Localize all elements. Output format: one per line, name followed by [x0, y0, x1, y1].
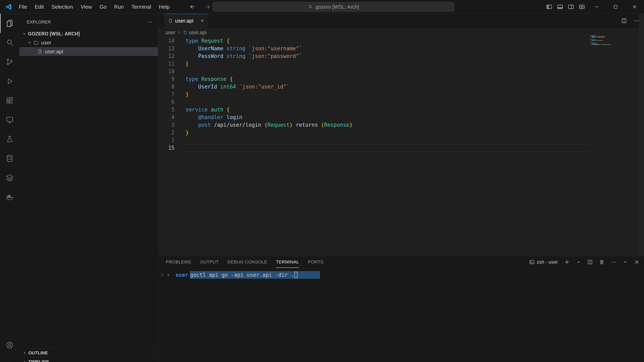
menu-terminal[interactable]: Terminal: [128, 4, 155, 10]
tree-folder-user[interactable]: user: [19, 38, 158, 47]
file-icon: [168, 18, 173, 23]
search-icon: [308, 4, 313, 9]
panel-more-actions-icon[interactable]: [610, 259, 617, 265]
chevron-down-icon: [27, 40, 32, 45]
root-folder-label: GOZERO [WSL: ARCH]: [28, 31, 80, 37]
toggle-primary-sidebar-icon[interactable]: [544, 0, 555, 14]
code-line[interactable]: 15: [158, 144, 590, 152]
timeline-label: TIMELINE: [28, 359, 49, 362]
explorer-sidebar: EXPLORER GOZERO [WSL: ARCH] user: [19, 14, 158, 362]
code-line[interactable]: 1: [158, 136, 590, 144]
testing-icon[interactable]: [0, 129, 19, 149]
tab-user-api[interactable]: user.api: [164, 14, 208, 28]
close-panel-icon[interactable]: [634, 259, 640, 265]
chevron-right-icon: [22, 351, 26, 355]
timeline-section-header[interactable]: TIMELINE: [19, 357, 158, 362]
folder-label: user: [41, 40, 51, 46]
editor-scrollbar[interactable]: [639, 14, 644, 256]
terminal-shell-selector[interactable]: zsh - user: [529, 259, 558, 265]
panel-tab-problems[interactable]: PROBLEMS: [166, 256, 191, 268]
toggle-secondary-sidebar-icon[interactable]: [566, 0, 576, 14]
code-line[interactable]: 11}: [158, 60, 590, 67]
menu-file[interactable]: File: [15, 4, 31, 10]
extensions-icon[interactable]: [0, 91, 19, 110]
explorer-icon[interactable]: [0, 14, 19, 33]
chevron-right-icon: [22, 360, 26, 362]
code-line[interactable]: 6: [158, 98, 590, 106]
accounts-icon[interactable]: [0, 336, 19, 355]
menu-view[interactable]: View: [77, 4, 96, 10]
nav-forward-icon[interactable]: [202, 0, 213, 14]
vscode-window: FileEditSelectionViewGoRunTerminalHelp g…: [0, 0, 644, 362]
nav-back-icon[interactable]: [187, 0, 198, 14]
tree-file-user-api[interactable]: user.api: [19, 47, 158, 56]
terminal[interactable]: ➜ user goctl api go -api user.api -dir .: [161, 271, 320, 279]
command-decoration-icon[interactable]: [161, 274, 164, 276]
new-terminal-icon[interactable]: [564, 259, 570, 265]
code-line[interactable]: 10: [158, 67, 590, 75]
code-line[interactable]: 2}: [158, 129, 590, 136]
code-line[interactable]: 8 UserId int64 `json:"user_id"`: [158, 83, 590, 90]
code-lines: 14type Request {13 UserName string `json…: [158, 37, 590, 152]
docker-icon[interactable]: [0, 187, 19, 207]
code-line[interactable]: 13 UserName string `json:"username"`: [158, 45, 590, 52]
bottom-panel: PROBLEMSOUTPUTDEBUG CONSOLETERMINALPORTS…: [158, 256, 644, 362]
tree-root-gozero[interactable]: GOZERO [WSL: ARCH]: [19, 29, 158, 38]
code-line[interactable]: 7}: [158, 90, 590, 98]
command-center-search[interactable]: gozero [WSL: Arch]: [212, 2, 454, 12]
code-line[interactable]: 12 PassWord string `json:"password"`: [158, 52, 590, 60]
prompt-user: user: [176, 272, 188, 278]
manage-gear-icon[interactable]: [0, 356, 19, 362]
code-line[interactable]: 9type Response {: [158, 75, 590, 83]
panel-tab-debug-console[interactable]: DEBUG CONSOLE: [228, 256, 267, 268]
tab-close-icon[interactable]: [200, 18, 204, 23]
minimap[interactable]: [590, 35, 615, 47]
minimize-button[interactable]: [587, 0, 606, 14]
menu-edit[interactable]: Edit: [31, 4, 48, 10]
menu-selection[interactable]: Selection: [48, 4, 77, 10]
split-editor-icon[interactable]: [621, 18, 627, 24]
panel-tab-terminal[interactable]: TERMINAL: [276, 256, 299, 268]
breadcrumb[interactable]: user user.api: [166, 28, 206, 37]
panel-tab-output[interactable]: OUTPUT: [200, 256, 218, 268]
toggle-panel-icon[interactable]: [555, 0, 566, 14]
breadcrumb-folder[interactable]: user: [166, 29, 175, 35]
sidebar-title: EXPLORER: [27, 19, 51, 25]
file-icon: [183, 30, 187, 34]
panel-tabs: PROBLEMSOUTPUTDEBUG CONSOLETERMINALPORTS: [166, 256, 324, 268]
code-line[interactable]: 4 @handler login: [158, 113, 590, 121]
menu-run[interactable]: Run: [110, 4, 128, 10]
split-terminal-icon[interactable]: [587, 259, 593, 265]
code-line[interactable]: 5service auth {: [158, 106, 590, 113]
kill-terminal-trash-icon[interactable]: [599, 259, 604, 265]
folder-icon: [34, 40, 39, 45]
source-control-icon[interactable]: [0, 52, 19, 72]
explorer-more-actions-icon[interactable]: [147, 19, 152, 25]
outline-label: OUTLINE: [28, 350, 48, 356]
command-center-text: gozero [WSL: Arch]: [316, 4, 359, 10]
panel-tab-ports[interactable]: PORTS: [308, 256, 324, 268]
launch-profile-chevron-icon[interactable]: [576, 259, 581, 265]
customize-layout-icon[interactable]: [576, 0, 587, 14]
code-line[interactable]: 3 post /api/user/login (Request) returns…: [158, 121, 590, 129]
terminal-cursor: [294, 272, 298, 278]
editor-group: user.api user user.api: [158, 14, 644, 256]
tab-label: user.api: [175, 18, 194, 24]
chevron-down-icon: [22, 31, 26, 36]
maximize-panel-chevron-icon[interactable]: [623, 259, 628, 265]
shell-label-text: zsh - user: [537, 259, 558, 265]
outline-section-header[interactable]: OUTLINE: [19, 348, 158, 357]
menu-go[interactable]: Go: [96, 4, 110, 10]
layers-icon[interactable]: [0, 168, 19, 187]
remote-explorer-icon[interactable]: [0, 110, 19, 129]
code-line[interactable]: 14type Request {: [158, 37, 590, 45]
maximize-button[interactable]: [606, 0, 625, 14]
run-and-debug-icon[interactable]: [0, 72, 19, 91]
database-icon[interactable]: [0, 149, 19, 168]
close-window-button[interactable]: [625, 0, 644, 14]
chevron-right-icon: [177, 30, 181, 34]
search-view-icon[interactable]: [0, 33, 19, 52]
menu-help[interactable]: Help: [155, 4, 173, 10]
menubar: FileEditSelectionViewGoRunTerminalHelp: [15, 0, 174, 14]
breadcrumb-file[interactable]: user.api: [189, 29, 207, 35]
